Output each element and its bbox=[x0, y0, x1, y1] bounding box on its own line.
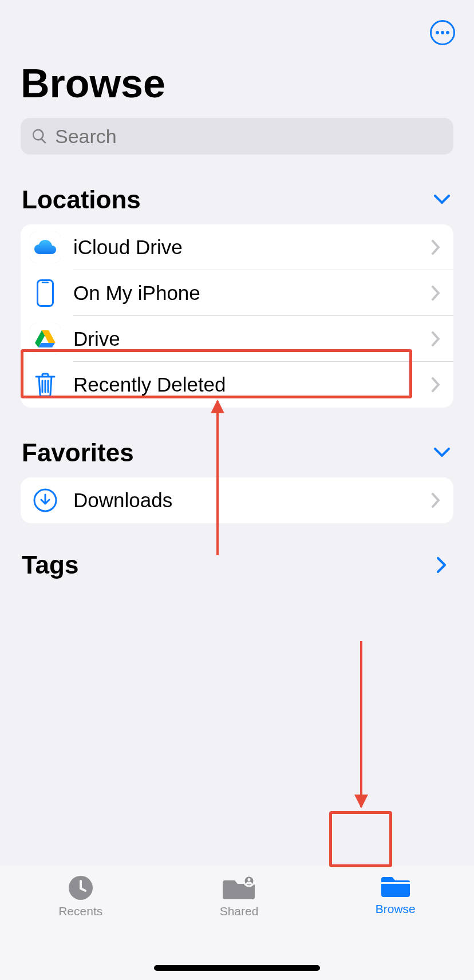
trash-icon bbox=[30, 369, 61, 400]
annotation-arrow-down bbox=[360, 641, 362, 807]
favorites-heading: Favorites bbox=[22, 438, 134, 467]
locations-heading: Locations bbox=[22, 185, 141, 214]
chevron-right-icon bbox=[432, 286, 440, 301]
more-options-button[interactable] bbox=[430, 20, 455, 45]
locations-collapse-button[interactable] bbox=[430, 188, 453, 211]
svg-rect-4 bbox=[42, 282, 49, 283]
locations-list: iCloud Drive On My iPhone bbox=[21, 224, 453, 408]
location-item-on-my-iphone[interactable]: On My iPhone bbox=[21, 270, 453, 316]
location-item-label: Drive bbox=[73, 327, 432, 350]
iphone-icon bbox=[30, 278, 61, 309]
chevron-down-icon bbox=[434, 195, 450, 205]
annotation-arrow-up bbox=[216, 401, 219, 555]
svg-point-2 bbox=[446, 31, 449, 34]
location-item-label: On My iPhone bbox=[73, 282, 432, 305]
chevron-right-icon bbox=[432, 377, 440, 392]
chevron-right-icon bbox=[432, 240, 440, 255]
chevron-right-icon bbox=[432, 331, 440, 346]
google-drive-icon bbox=[30, 323, 61, 354]
icloud-icon bbox=[30, 232, 61, 263]
favorite-item-downloads[interactable]: Downloads bbox=[21, 477, 453, 523]
clock-icon bbox=[68, 875, 94, 901]
svg-rect-3 bbox=[38, 280, 53, 306]
search-icon bbox=[31, 128, 48, 145]
chevron-right-icon bbox=[437, 557, 447, 573]
svg-point-1 bbox=[441, 31, 444, 34]
tab-label: Browse bbox=[376, 902, 416, 916]
tab-bar: Recents Shared Browse bbox=[0, 866, 474, 980]
favorite-item-label: Downloads bbox=[73, 489, 432, 512]
location-item-label: Recently Deleted bbox=[73, 373, 432, 396]
tab-shared[interactable]: Shared bbox=[220, 875, 259, 918]
ellipsis-icon bbox=[436, 31, 449, 34]
svg-point-8 bbox=[248, 878, 251, 881]
search-input[interactable] bbox=[55, 125, 443, 148]
downloads-icon bbox=[30, 485, 61, 516]
tags-expand-button[interactable] bbox=[430, 554, 453, 576]
location-item-recently-deleted[interactable]: Recently Deleted bbox=[21, 362, 453, 408]
tab-recents[interactable]: Recents bbox=[58, 875, 102, 918]
svg-rect-9 bbox=[381, 882, 410, 884]
favorites-collapse-button[interactable] bbox=[430, 441, 453, 464]
svg-point-0 bbox=[436, 31, 439, 34]
location-item-icloud-drive[interactable]: iCloud Drive bbox=[21, 224, 453, 270]
location-item-google-drive[interactable]: Drive bbox=[21, 316, 453, 362]
search-field[interactable] bbox=[21, 118, 453, 155]
chevron-right-icon bbox=[432, 493, 440, 508]
location-item-label: iCloud Drive bbox=[73, 236, 432, 259]
folder-icon bbox=[381, 875, 410, 899]
chevron-down-icon bbox=[434, 448, 450, 458]
favorites-list: Downloads bbox=[21, 477, 453, 523]
tab-label: Shared bbox=[220, 904, 259, 918]
tags-heading: Tags bbox=[22, 551, 78, 579]
annotation-highlight-browse-tab bbox=[329, 811, 392, 867]
page-title: Browse bbox=[21, 61, 474, 106]
tab-browse[interactable]: Browse bbox=[376, 875, 416, 916]
tab-label: Recents bbox=[58, 904, 102, 918]
shared-folder-icon bbox=[222, 875, 255, 901]
home-indicator[interactable] bbox=[154, 965, 320, 971]
